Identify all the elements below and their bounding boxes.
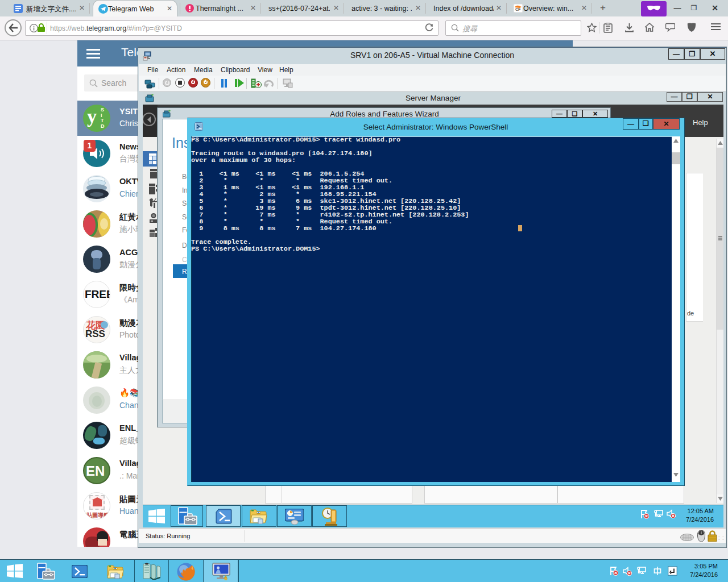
svg-text:CF: CF bbox=[515, 7, 521, 11]
